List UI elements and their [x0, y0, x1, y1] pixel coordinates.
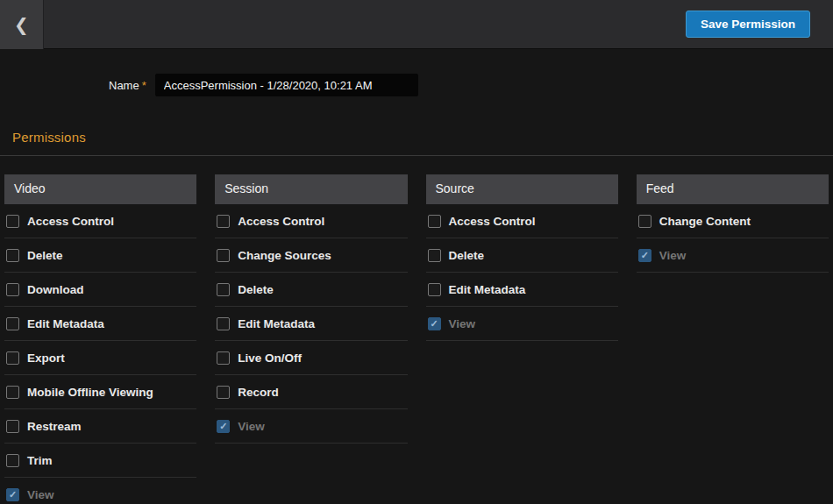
save-permission-button[interactable]: Save Permission: [686, 11, 810, 38]
permission-label: Edit Metadata: [449, 283, 526, 296]
permission-item[interactable]: Change Content: [637, 204, 829, 238]
permission-item[interactable]: Restream: [4, 409, 196, 444]
permission-label: Delete: [238, 283, 274, 296]
permission-item[interactable]: Edit Metadata: [4, 307, 196, 341]
checkbox-unchecked-icon[interactable]: [217, 249, 230, 262]
checkbox-unchecked-icon[interactable]: [428, 249, 441, 262]
permission-label: Restream: [27, 420, 82, 433]
permission-label: Mobile Offline Viewing: [27, 386, 153, 399]
permission-item[interactable]: Live On/Off: [215, 341, 407, 375]
permission-label: Edit Metadata: [238, 317, 315, 330]
group-header: Session: [215, 174, 407, 204]
permission-label: Change Content: [659, 215, 751, 228]
group-header: Feed: [637, 174, 829, 204]
checkbox-unchecked-icon[interactable]: [6, 317, 19, 330]
checkbox-unchecked-icon[interactable]: [217, 351, 230, 365]
permission-group-session: SessionAccess ControlChange SourcesDelet…: [215, 174, 407, 504]
permission-label: Trim: [27, 454, 53, 467]
name-input[interactable]: [155, 74, 418, 96]
permission-item[interactable]: Export: [4, 341, 196, 375]
permission-item[interactable]: ✓View: [426, 307, 618, 341]
checkbox-unchecked-icon[interactable]: [638, 215, 651, 228]
permission-group-video: VideoAccess ControlDeleteDownloadEdit Me…: [4, 174, 196, 504]
permission-label: Access Control: [449, 215, 536, 228]
permission-item[interactable]: Record: [215, 375, 407, 409]
checkbox-checked-icon[interactable]: ✓: [217, 420, 230, 433]
name-label: Name*: [109, 79, 146, 92]
checkbox-unchecked-icon[interactable]: [6, 454, 19, 467]
permission-label: Delete: [449, 249, 485, 262]
permission-item[interactable]: Mobile Offline Viewing: [4, 375, 196, 409]
permission-item[interactable]: Delete: [4, 238, 196, 273]
checkbox-unchecked-icon[interactable]: [6, 420, 19, 433]
permission-item[interactable]: Access Control: [4, 204, 196, 238]
checkbox-unchecked-icon[interactable]: [6, 249, 19, 262]
checkbox-unchecked-icon[interactable]: [6, 351, 19, 365]
permission-group-feed: FeedChange Content✓View: [637, 174, 829, 504]
checkbox-unchecked-icon[interactable]: [217, 317, 230, 330]
top-bar: ❮ Save Permission: [0, 0, 833, 49]
back-button[interactable]: ❮: [0, 0, 44, 49]
permission-label: Edit Metadata: [27, 317, 104, 330]
checkbox-unchecked-icon[interactable]: [6, 386, 19, 399]
permission-label: Record: [238, 386, 279, 399]
permission-item[interactable]: Delete: [426, 238, 618, 273]
permission-label: Live On/Off: [238, 351, 302, 365]
permission-item[interactable]: ✓View: [637, 238, 829, 273]
permission-item[interactable]: Trim: [4, 444, 196, 478]
permission-label: Delete: [27, 249, 63, 262]
checkbox-unchecked-icon[interactable]: [428, 283, 441, 296]
permission-item[interactable]: Access Control: [215, 204, 407, 238]
permission-item[interactable]: ✓View: [215, 409, 407, 444]
permission-label: Export: [27, 351, 65, 365]
checkbox-checked-icon[interactable]: ✓: [6, 488, 19, 501]
checkbox-checked-icon[interactable]: ✓: [638, 249, 651, 262]
permission-label: View: [238, 420, 265, 433]
permission-item[interactable]: Access Control: [426, 204, 618, 238]
group-header: Source: [426, 174, 618, 204]
name-form-row: Name*: [109, 74, 833, 96]
required-marker: *: [142, 79, 146, 92]
permission-item[interactable]: Change Sources: [215, 238, 407, 273]
permission-group-source: SourceAccess ControlDeleteEdit Metadata✓…: [426, 174, 618, 504]
checkbox-unchecked-icon[interactable]: [217, 215, 230, 228]
permission-item[interactable]: Edit Metadata: [426, 273, 618, 307]
permission-label: View: [449, 317, 476, 330]
permission-item[interactable]: ✓View: [4, 478, 196, 504]
permission-item[interactable]: Edit Metadata: [215, 307, 407, 341]
section-divider: [0, 155, 833, 156]
permissions-section-title: Permissions: [12, 130, 833, 145]
checkbox-unchecked-icon[interactable]: [6, 283, 19, 296]
permission-label: Change Sources: [238, 249, 331, 262]
permission-groups: VideoAccess ControlDeleteDownloadEdit Me…: [4, 174, 829, 504]
permission-label: Access Control: [238, 215, 324, 228]
permission-label: Access Control: [27, 215, 114, 228]
permission-label: View: [659, 249, 687, 262]
permission-label: View: [27, 488, 54, 501]
chevron-left-icon: ❮: [14, 16, 29, 33]
checkbox-unchecked-icon[interactable]: [428, 215, 441, 228]
permission-item[interactable]: Delete: [215, 273, 407, 307]
checkbox-unchecked-icon[interactable]: [217, 283, 230, 296]
checkbox-unchecked-icon[interactable]: [6, 215, 19, 228]
permission-label: Download: [27, 283, 84, 296]
checkbox-unchecked-icon[interactable]: [217, 386, 230, 399]
permission-item[interactable]: Download: [4, 273, 196, 307]
group-header: Video: [4, 174, 196, 204]
checkbox-checked-icon[interactable]: ✓: [428, 317, 441, 330]
